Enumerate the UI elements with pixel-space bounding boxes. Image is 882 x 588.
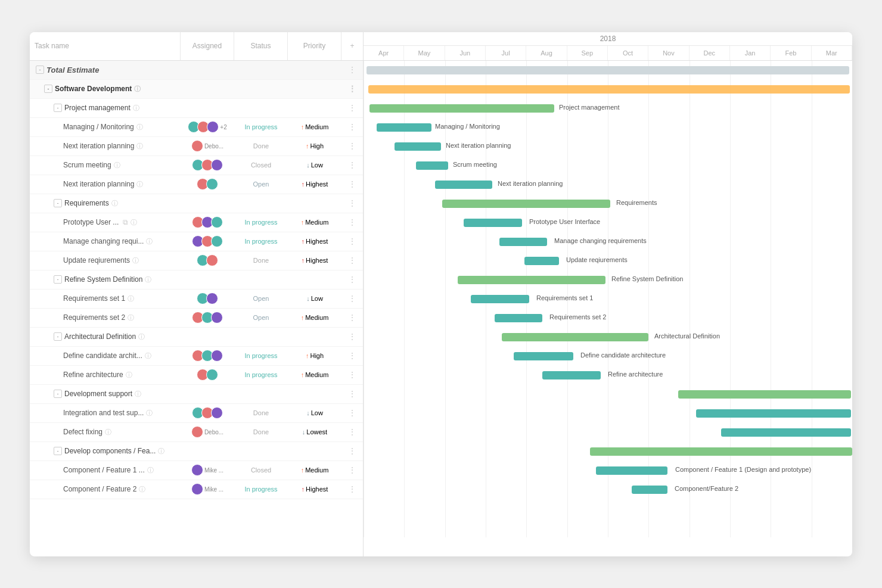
task-menu-button[interactable]: ⋮: [341, 368, 363, 382]
task-menu-button[interactable]: ⋮: [341, 82, 363, 96]
expand-icon[interactable]: -: [54, 390, 62, 398]
avatar: [211, 235, 223, 247]
col-header-task: Task name: [30, 32, 181, 60]
task-menu-button[interactable]: ⋮: [341, 406, 363, 420]
info-icon[interactable]: ⓘ: [126, 371, 132, 379]
info-icon[interactable]: ⓘ: [145, 351, 151, 360]
priority-cell: ↑Highest: [288, 178, 341, 190]
info-icon[interactable]: ⓘ: [138, 332, 145, 341]
task-menu-button[interactable]: ⋮: [341, 291, 363, 306]
expand-icon[interactable]: -: [54, 447, 62, 455]
expand-icon[interactable]: -: [54, 332, 62, 341]
expand-icon[interactable]: -: [44, 85, 52, 93]
task-menu-button[interactable]: ⋮: [341, 63, 363, 77]
task-menu-button[interactable]: ⋮: [341, 482, 363, 496]
expand-icon[interactable]: -: [54, 104, 62, 112]
col-add-button[interactable]: +: [341, 32, 363, 60]
assigned-cell: [181, 449, 234, 453]
avatar-stack: Mike ...: [191, 464, 223, 476]
priority-label: Low: [311, 161, 323, 169]
priority-cell: [288, 449, 341, 453]
info-icon[interactable]: ⓘ: [133, 104, 139, 113]
info-icon[interactable]: ⓘ: [135, 390, 141, 399]
expand-icon[interactable]: -: [54, 275, 62, 284]
assigned-name: Debo...: [204, 143, 223, 150]
task-menu-button[interactable]: ⋮: [341, 463, 363, 477]
task-menu-button[interactable]: ⋮: [341, 139, 363, 153]
dots-icon: ⋮: [348, 389, 356, 399]
avatar: [207, 121, 219, 133]
info-icon[interactable]: ⓘ: [128, 313, 134, 322]
task-menu-button[interactable]: ⋮: [341, 196, 363, 210]
gantt-bar: [696, 409, 851, 418]
task-menu-button[interactable]: ⋮: [341, 177, 363, 191]
priority-arrow-icon: ↑: [302, 238, 305, 245]
info-icon[interactable]: ⓘ: [136, 123, 143, 132]
task-menu-button[interactable]: ⋮: [341, 329, 363, 344]
expand-icon[interactable]: -: [36, 66, 44, 74]
info-icon[interactable]: ⓘ: [147, 466, 154, 475]
task-menu-button[interactable]: ⋮: [341, 253, 363, 267]
priority-arrow-icon: ↑: [302, 181, 305, 188]
info-icon[interactable]: ⓘ: [132, 256, 139, 265]
gantt-month-mar: Mar: [812, 46, 852, 60]
info-icon[interactable]: ⓘ: [128, 294, 134, 303]
link-icon[interactable]: ⧉: [123, 218, 128, 226]
gantt-col-line: [445, 61, 446, 537]
info-icon[interactable]: ⓘ: [105, 428, 111, 437]
info-icon[interactable]: ⓘ: [145, 275, 151, 284]
avatar: [211, 312, 223, 323]
dots-icon: ⋮: [348, 65, 356, 74]
task-menu-button[interactable]: ⋮: [341, 101, 363, 115]
task-name-cell: Define candidate archit...ⓘ: [30, 349, 181, 363]
info-icon[interactable]: ⓘ: [111, 199, 118, 208]
info-icon[interactable]: ⓘ: [134, 85, 141, 94]
status-cell: Done: [234, 406, 288, 419]
task-menu-button[interactable]: ⋮: [341, 272, 363, 287]
task-menu-button[interactable]: ⋮: [341, 387, 363, 401]
task-menu-button[interactable]: ⋮: [341, 425, 363, 439]
dots-icon: ⋮: [348, 313, 356, 322]
task-menu-button[interactable]: ⋮: [341, 234, 363, 248]
priority-value: ↑Medium: [301, 314, 329, 321]
task-menu-button[interactable]: ⋮: [341, 120, 363, 134]
info-icon[interactable]: ⓘ: [139, 485, 145, 494]
priority-arrow-icon: ↑: [301, 314, 305, 321]
priority-cell: [288, 391, 341, 396]
task-name-cell: Managing / Monitoringⓘ: [30, 120, 181, 134]
task-name-cell: Component / Feature 2ⓘ: [30, 483, 181, 496]
task-name: Project management: [64, 104, 131, 112]
priority-cell: ↑Highest: [288, 254, 341, 266]
info-icon[interactable]: ⓘ: [114, 161, 120, 170]
gantt-col-line: [608, 61, 608, 537]
info-icon[interactable]: ⓘ: [136, 180, 143, 189]
priority-arrow-icon: ↑: [301, 466, 305, 474]
task-menu-button[interactable]: ⋮: [341, 444, 363, 458]
gantt-month-jun: Jun: [445, 46, 486, 60]
task-menu-button[interactable]: ⋮: [341, 310, 363, 325]
gantt-month-aug: Aug: [526, 46, 567, 60]
task-name-cell: Next iteration planningⓘ: [30, 178, 181, 191]
priority-value: ↓Low: [306, 295, 323, 302]
task-menu-button[interactable]: ⋮: [341, 215, 363, 229]
info-icon[interactable]: ⓘ: [158, 447, 164, 456]
task-menu-button[interactable]: ⋮: [341, 349, 363, 363]
priority-label: Low: [311, 409, 323, 416]
task-name-cell: -Project managementⓘ: [30, 101, 181, 115]
info-icon[interactable]: ⓘ: [146, 409, 153, 418]
info-icon[interactable]: ⓘ: [136, 142, 143, 151]
task-row: -Refine System Definitionⓘ⋮: [30, 270, 363, 290]
expand-icon[interactable]: -: [54, 199, 62, 207]
status-cell: In progress: [234, 120, 288, 133]
assigned-cell: [181, 334, 234, 339]
info-icon[interactable]: ⓘ: [146, 237, 153, 246]
task-name: Integration and test sup...: [63, 409, 144, 417]
info-icon[interactable]: ⓘ: [131, 218, 137, 227]
dots-icon: ⋮: [348, 141, 356, 151]
task-menu-button[interactable]: ⋮: [341, 158, 363, 172]
priority-arrow-icon: ↑: [302, 257, 305, 264]
task-name: Next iteration planning: [63, 180, 134, 188]
priority-cell: ↑Medium: [288, 369, 341, 381]
task-name-cell: -Develop components / Fea...ⓘ: [30, 444, 181, 458]
status-cell: In progress: [234, 216, 288, 229]
